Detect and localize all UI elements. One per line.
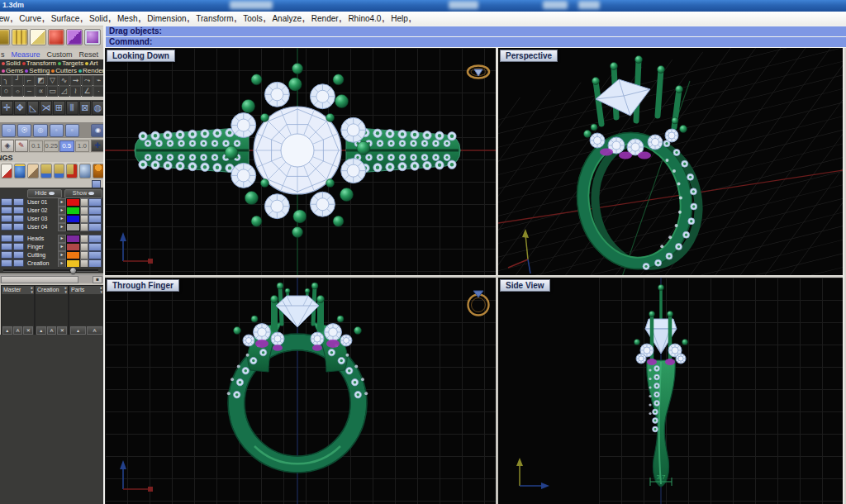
scrollbar-thumb[interactable] <box>1 276 78 283</box>
tab-measure[interactable]: Measure <box>8 50 44 59</box>
layer-lock-button[interactable] <box>80 235 88 243</box>
viewport-label-through-finger[interactable]: Through Finger <box>107 279 179 292</box>
curve-tool-icon[interactable]: ◿ <box>59 86 69 97</box>
snap-0.25[interactable]: 0.25 <box>44 140 59 152</box>
palette-arrows[interactable]: ▸▾ <box>31 286 33 294</box>
menu-solid[interactable]: Solid <box>86 14 114 23</box>
command-prompt-line[interactable]: Command: <box>106 37 846 47</box>
transform-tool-icon[interactable]: ◺ <box>27 101 40 115</box>
curve-tool-icon[interactable]: · <box>93 86 104 97</box>
category-transform[interactable]: Transform <box>26 59 56 67</box>
pen-icon[interactable]: ✎ <box>15 140 28 152</box>
menu-transform[interactable]: Transform <box>192 14 240 23</box>
category-targets[interactable]: Targets <box>62 59 83 67</box>
slider-knob[interactable] <box>69 267 77 274</box>
layer-lock-button[interactable] <box>80 207 88 215</box>
tab-custom[interactable]: Custom <box>44 50 76 59</box>
layer-expand-button[interactable]: ▸ <box>58 243 66 251</box>
viewport-side-view[interactable]: Side View 3.7 <box>498 278 843 504</box>
transform-tool-icon[interactable]: ⫴ <box>66 101 78 115</box>
scrollbar-button[interactable]: ■ <box>93 276 102 283</box>
viewport-through-finger[interactable]: Through Finger <box>105 278 496 504</box>
menu-rhino40[interactable]: Rhino4.0 <box>345 14 387 23</box>
viewport-looking-down[interactable]: Looking Down <box>105 48 496 275</box>
layer-name[interactable]: Creation <box>27 259 57 267</box>
layer-name[interactable]: User 04 <box>27 223 57 231</box>
curve-tool-icon[interactable]: – <box>24 86 35 97</box>
curve-tool-icon[interactable]: ∠ <box>82 86 93 97</box>
category-cutters[interactable]: Cutters <box>55 67 77 74</box>
transform-tool-icon[interactable]: ⋊ <box>40 101 52 115</box>
gem-sphere-icon[interactable] <box>84 29 101 45</box>
option-button[interactable]: ⦿ <box>17 124 31 137</box>
layer-toggle-button[interactable] <box>88 207 102 215</box>
ring-model[interactable] <box>135 64 460 238</box>
globe-icon[interactable] <box>14 164 26 178</box>
layer-quick-row[interactable] <box>1 235 24 242</box>
folder-blue-icon[interactable] <box>40 164 52 178</box>
layer-quick-row[interactable] <box>1 198 24 206</box>
option-button[interactable]: ▫ <box>65 124 79 137</box>
palette-delete-button[interactable]: ✕ <box>57 326 67 335</box>
menu-surface[interactable]: Surface <box>48 14 86 23</box>
layer-color-swatch[interactable] <box>66 223 80 231</box>
sphere-icon[interactable] <box>79 164 91 178</box>
layer-expand-button[interactable]: ▸ <box>58 251 66 259</box>
menu-dimension[interactable]: Dimension <box>144 14 192 23</box>
pages-icon[interactable] <box>30 29 46 45</box>
category-solid[interactable]: Solid <box>6 59 21 67</box>
layer-toggle-button[interactable] <box>88 251 102 259</box>
layer-lock-button[interactable] <box>80 198 88 207</box>
layer-expand-button[interactable]: ▸ <box>58 198 66 207</box>
layer-quick-row[interactable] <box>1 223 24 231</box>
layer-quick-row[interactable] <box>1 243 24 250</box>
layer-lock-button[interactable] <box>80 251 88 259</box>
curve-tool-icon[interactable]: ○ <box>1 86 12 97</box>
curve-tool-icon[interactable]: ⌁ <box>93 75 104 86</box>
palette-list[interactable] <box>36 294 68 326</box>
menu-mesh[interactable]: Mesh <box>114 14 144 23</box>
clipped-icon[interactable] <box>0 29 10 45</box>
layer-toggle-button[interactable] <box>88 215 102 223</box>
transform-tool-icon[interactable]: ✥ <box>14 101 26 115</box>
panel-slider[interactable] <box>0 267 103 273</box>
option-button[interactable]: ◉ <box>91 124 105 137</box>
grid-snap-icon[interactable]: ✚ <box>91 140 104 152</box>
palette-apply-button[interactable]: A <box>87 326 102 335</box>
palette-delete-button[interactable]: ✕ <box>23 326 33 335</box>
palette-arrows[interactable]: ▸▾ <box>100 286 102 294</box>
category-render[interactable]: Render <box>83 67 103 74</box>
curve-tool-icon[interactable]: ╮ <box>1 75 12 86</box>
menu-view[interactable]: View <box>0 14 16 23</box>
palette-arrows[interactable]: ▸▾ <box>64 286 67 294</box>
menu-tools[interactable]: Tools <box>240 14 269 23</box>
option-button[interactable]: ◎ <box>33 124 47 137</box>
layer-quick-row[interactable] <box>1 251 24 259</box>
menu-help[interactable]: Help <box>387 14 414 23</box>
palette-list[interactable] <box>2 294 34 326</box>
layer-lock-button[interactable] <box>80 243 88 251</box>
show-button[interactable]: Show <box>64 189 102 198</box>
layer-expand-button[interactable]: ▸ <box>58 215 66 223</box>
hand-pen-icon[interactable] <box>27 164 39 178</box>
snap-0.5[interactable]: 0.5 <box>59 140 74 152</box>
palette-apply-button[interactable]: A <box>47 326 57 335</box>
layer-lock-button[interactable] <box>80 223 88 231</box>
option-button[interactable]: ○ <box>2 124 16 137</box>
viewport-perspective[interactable]: Perspective <box>498 48 843 275</box>
layer-toggle-button[interactable] <box>88 223 102 231</box>
window-titlebar[interactable]: 1.3dm <box>0 0 846 12</box>
layer-expand-button[interactable]: ▸ <box>58 223 66 231</box>
category-art[interactable]: Art <box>89 59 97 67</box>
palette-apply-button[interactable]: A <box>13 326 23 335</box>
viewport-label-looking-down[interactable]: Looking Down <box>107 50 175 62</box>
curve-tool-icon[interactable]: ╯ <box>12 75 23 86</box>
layer-name[interactable]: Cutting <box>27 251 57 259</box>
transform-tool-icon[interactable]: ⊠ <box>79 101 92 115</box>
layer-name[interactable]: Heads <box>27 235 57 242</box>
purple-cube-icon[interactable] <box>66 29 83 45</box>
tab-reset[interactable]: Reset <box>76 50 104 59</box>
layer-quick-row[interactable] <box>1 207 24 214</box>
menu-render[interactable]: Render <box>308 14 345 23</box>
layer-name[interactable]: User 01 <box>27 198 57 206</box>
